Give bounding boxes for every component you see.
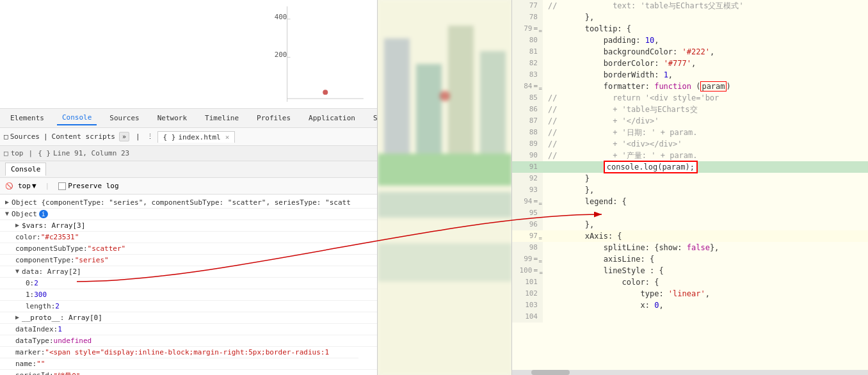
console-line-1: ▶ Object {componentType: "series", compo… [0,197,377,209]
code-row-92: 92 } [512,173,868,184]
tab-elements[interactable]: Elements [5,111,49,125]
line-num-91: 91 [512,161,543,173]
code-text-103: x: 0, [543,299,664,311]
file-close-button[interactable]: × [225,133,230,141]
line-num-97: 97= [512,230,543,242]
line-num-96: 96 [512,219,543,230]
horizontal-scrollbar[interactable] [512,370,868,375]
code-row-103: 103 x: 0, [512,299,868,311]
code-row-79: 79= tooltip: { [512,23,868,35]
devtools-toolbar: Elements Console Sources Network Timelin… [0,109,377,128]
line-num-83: 83 [512,69,543,81]
key-data: data: Array[2] [22,267,81,276]
code-text-98: splitLine: {show: false}, [543,242,719,253]
line-num-81: 81 [512,46,543,58]
filepath-location-icon: { } [38,149,51,157]
key-data-len: length: [26,302,55,310]
tab-network[interactable]: Network [152,111,192,125]
val-name: "" [36,360,45,368]
tab-timeline[interactable]: Timeline [200,111,244,125]
code-text-101: color: { [543,276,659,288]
expand-arrow-vars[interactable]: ▶ [15,221,19,228]
code-editor: 77 // text: 'table与ECharts父互模式' 78 }, 79… [512,0,868,375]
settings-icon[interactable]: ⋮ [147,132,154,141]
filter-icon[interactable]: 🚫 [5,182,13,189]
code-row-83: 83 borderWidth: 1, [512,69,868,81]
expand-arrow-1[interactable]: ▶ [5,198,9,205]
code-row-97: 97= xAxis: { [512,230,868,242]
top-dropdown[interactable]: top ▼ [18,182,36,190]
scrollbar-thumb[interactable] [531,370,570,375]
more-sources-button[interactable]: » [119,132,129,141]
devtools-left-panel: 400 200 Elements Console Sources Network… [0,0,378,375]
code-text-87: // + '</div>' [543,115,659,127]
console-tab[interactable]: Console [5,163,46,176]
console-prop-type: componentType: "series" [0,255,377,266]
preserve-log-checkbox[interactable]: Preserve log [58,182,118,190]
val-type: "series" [75,256,109,264]
line-num-84: 84= [512,81,543,92]
console-prop-data-0: 0: 2 [0,278,377,289]
sources-item[interactable]: □ Sources [4,132,40,141]
code-text-93: }, [543,184,594,196]
console-prop-color: color: "#c23531" [0,232,377,243]
tab-sources[interactable]: Sources [104,111,144,125]
val-subtype: "scatter" [88,244,126,253]
code-row-96: 96 }, [512,219,868,230]
svg-rect-6 [384,38,410,154]
code-row-102: 102 type: 'linear', [512,288,868,299]
code-row-98: 98 splitLine: {show: false}, [512,242,868,253]
key-marker: marker: [15,348,45,356]
content-scripts-item[interactable]: Content scripts [52,132,115,141]
sources-sep: | [44,132,48,141]
code-row-80: 80 padding: 10, [512,35,868,46]
val-data-1: 300 [34,291,47,299]
console-prop-datatype: dataType: undefined [0,335,377,347]
key-type: componentType: [15,256,75,264]
val-marker: "<span style="display:inline-block;margi… [45,348,329,356]
svg-point-13 [440,91,450,101]
code-row-88: 88 // + '日期: ' + param. [512,127,868,138]
line-num-89: 89 [512,138,543,150]
line-num-88: 88 [512,127,543,138]
expand-arrow-proto[interactable]: ▶ [15,314,19,321]
folder-icon: □ [4,132,8,141]
line-num-99: 99= [512,253,543,265]
code-row-85: 85 // return '<div style='bor [512,92,868,104]
file-icon: { } [163,133,176,141]
console-prop-data: ▼ data: Array[2] [0,266,377,278]
key-seriesid: seriesId: [15,371,54,375]
line-num-77: 77 [512,0,543,12]
val-datatype: undefined [54,337,92,345]
code-text-81: backgroundColor: '#222', [543,46,714,58]
code-text-88: // + '日期: ' + param. [543,127,698,138]
val-dataindex: 1 [58,325,62,333]
code-text-97: xAxis: { [543,230,622,242]
code-text-102: type: 'linear', [543,288,710,299]
tab-application[interactable]: Application [303,111,360,125]
console-content[interactable]: ▶ Object {componentType: "series", compo… [0,195,377,375]
code-row-101: 101 color: { [512,276,868,288]
code-text-90: // + '产量: ' + param. [543,150,698,161]
key-data-0: 0: [26,279,34,287]
tab-console[interactable]: Console [57,111,97,125]
file-tab-index[interactable]: { } index.html × [157,131,236,143]
code-text-84: formatter: function (param) [543,81,731,92]
code-content[interactable]: 77 // text: 'table与ECharts父互模式' 78 }, 79… [512,0,868,370]
code-row-90: 90 // + '产量: ' + param. [512,150,868,161]
console-tab-bar: Console [0,161,377,178]
code-text-83: borderWidth: 1, [543,69,673,81]
val-data-len: 2 [55,302,60,310]
top-label: top [18,182,31,190]
console-prop-data-len: length: 2 [0,301,377,312]
line-num-102: 102 [512,288,543,299]
file-name: index.html [178,133,220,141]
console-prop-data-1: 1: 300 [0,289,377,301]
tab-profiles[interactable]: Profiles [252,111,296,125]
code-text-95 [543,207,585,219]
expand-arrow-data[interactable]: ▼ [15,267,19,275]
key-dataindex: dataIndex: [15,325,58,333]
filepath-sep: | [29,149,33,157]
y-label-200: 200 [275,51,287,59]
expand-arrow-2[interactable]: ▼ [5,210,9,217]
